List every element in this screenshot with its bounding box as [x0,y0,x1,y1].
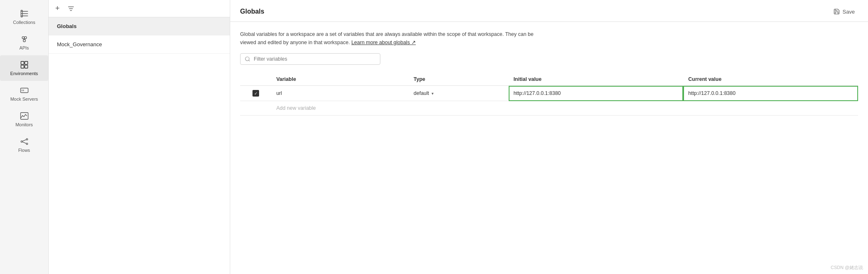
description-text: Global variables for a workspace are a s… [240,30,611,47]
middle-panel: + Globals Mock_Governance [49,0,230,274]
checkbox-checked: ✓ [252,90,259,97]
type-chevron-icon: ▾ [432,91,434,96]
sidebar-item-label: Flows [18,148,30,153]
sidebar-item-apis[interactable]: APIs [0,30,48,55]
svg-rect-6 [21,61,24,64]
table-row-url: ✓ url default ▾ http://127.0.0.1:8380 [240,86,858,101]
save-button[interactable]: Save [830,7,858,17]
add-row-current-cell [683,101,858,116]
svg-rect-10 [20,88,28,93]
filter-icon [67,5,75,12]
svg-line-18 [22,142,26,144]
sidebar-item-label: Monitors [15,122,33,127]
svg-rect-7 [24,61,27,64]
svg-point-15 [26,139,28,140]
row-current-value-cell[interactable]: http://127.0.0.1:8380 [683,86,858,101]
col-header-type: Type [409,73,509,86]
add-row-type-cell [409,101,509,116]
sidebar-item-label: Collections [13,20,35,25]
sidebar-item-label: Mock Servers [10,97,38,102]
list-item-globals[interactable]: Globals [49,17,230,35]
filter-button[interactable] [66,4,76,13]
add-button[interactable]: + [54,3,61,14]
svg-point-22 [245,57,249,61]
sidebar-item-collections[interactable]: Collections [0,4,48,30]
flows-icon [20,137,29,146]
svg-point-14 [21,141,22,142]
svg-line-23 [249,60,250,61]
sidebar-item-flows[interactable]: Flows [0,132,48,158]
table-row-add: Add new variable [240,101,858,116]
environments-list: Globals Mock_Governance [49,17,230,274]
learn-more-link[interactable]: Learn more about globals ↗ [351,40,416,45]
sidebar-item-environments[interactable]: Environments [0,55,48,81]
row-variable-cell[interactable]: url [271,86,409,101]
sidebar-item-label: APIs [19,45,29,50]
svg-line-5 [24,39,26,40]
page-title: Globals [240,8,264,15]
mock-servers-icon [20,86,29,95]
row-type-cell[interactable]: default ▾ [409,86,509,101]
add-row-variable-cell[interactable]: Add new variable [271,101,409,116]
collections-icon [20,9,29,18]
svg-rect-8 [21,65,24,68]
sidebar-item-mock-servers[interactable]: Mock Servers [0,81,48,106]
filter-input[interactable] [254,56,376,62]
middle-toolbar: + [49,0,230,17]
add-row-check-cell [240,101,271,116]
add-row-initial-cell [509,101,684,116]
col-header-variable: Variable [271,73,409,86]
svg-point-1 [22,37,24,39]
save-icon [833,8,840,15]
search-icon [245,56,250,62]
col-header-current: Current value [683,73,858,86]
main-header: Globals Save [230,0,868,22]
table-header-row: Variable Type Initial value Current valu… [240,73,858,86]
svg-rect-9 [24,65,27,68]
variables-table: Variable Type Initial value Current valu… [240,73,858,116]
svg-line-17 [22,139,26,141]
svg-line-4 [23,39,24,40]
sidebar: Collections APIs Environments Mock Serve… [0,0,49,274]
apis-icon [20,35,29,44]
list-item-mock-governance[interactable]: Mock_Governance [49,35,230,54]
watermark: CSDN @姥志说 [831,265,863,271]
row-initial-value-cell[interactable]: http://127.0.0.1:8380 [509,86,684,101]
svg-point-3 [23,40,26,42]
svg-point-2 [24,37,27,39]
main-content: Globals Save Global variables for a work… [230,0,868,274]
sidebar-item-monitors[interactable]: Monitors [0,106,48,132]
col-header-initial: Initial value [509,73,684,86]
environments-icon [20,60,29,69]
monitors-icon [20,111,29,120]
svg-point-16 [26,143,28,145]
row-checkbox-cell[interactable]: ✓ [240,86,271,101]
filter-bar[interactable] [240,53,380,65]
sidebar-item-label: Environments [10,71,38,76]
col-header-check [240,73,271,86]
main-body: Global variables for a workspace are a s… [230,22,868,274]
